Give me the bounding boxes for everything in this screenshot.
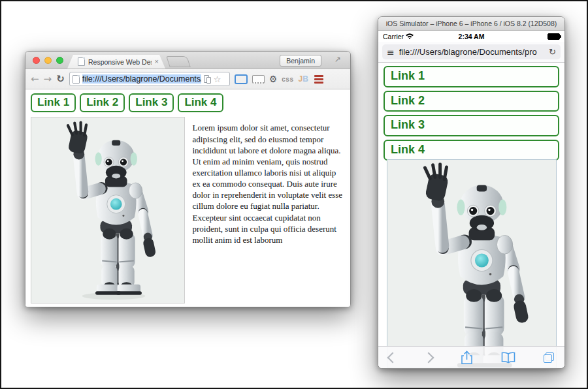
nav-links-row: Link 1 Link 2 Link 3 Link 4 bbox=[31, 93, 345, 112]
jb-extension-icon[interactable]: JB bbox=[298, 74, 308, 84]
back-button[interactable]: ← bbox=[31, 74, 39, 84]
address-bar[interactable]: file:///Users/blagrone/Documents/projec … bbox=[69, 72, 230, 86]
close-window-button[interactable] bbox=[33, 57, 40, 64]
fullscreen-icon[interactable]: ↗ bbox=[335, 55, 341, 64]
tabs-icon[interactable] bbox=[544, 352, 554, 363]
zoom-window-button[interactable] bbox=[56, 57, 63, 64]
chrome-titlebar[interactable]: Responsive Web Design × Benjamin ↗ bbox=[25, 52, 350, 69]
robot-image bbox=[31, 117, 185, 303]
share-icon[interactable] bbox=[461, 350, 473, 365]
minimize-window-button[interactable] bbox=[44, 57, 52, 64]
simulator-title: iOS Simulator – iPhone 6 – iPhone 6 / iO… bbox=[386, 20, 557, 27]
tab-close-icon[interactable]: × bbox=[155, 58, 159, 65]
chrome-toolbar: ← → ↻ file:///Users/blagrone/Documents/p… bbox=[25, 69, 350, 89]
link-4[interactable]: Link 4 bbox=[178, 93, 223, 112]
lorem-paragraph: Lorem ipsum dolor sit amet, consectetur … bbox=[193, 122, 346, 245]
link-1[interactable]: Link 1 bbox=[384, 66, 559, 87]
bookmarks-book-icon[interactable] bbox=[501, 352, 515, 364]
link-1[interactable]: Link 1 bbox=[31, 93, 76, 112]
forward-button[interactable]: → bbox=[44, 74, 52, 84]
back-chevron-icon[interactable] bbox=[387, 352, 399, 363]
safari-url-text[interactable]: file:///Users/blagrone/Documents/pro bbox=[399, 47, 544, 57]
nav-links-stack: Link 1 Link 2 Link 3 Link 4 bbox=[384, 66, 559, 161]
page-icon bbox=[73, 75, 80, 84]
link-4[interactable]: Link 4 bbox=[384, 140, 559, 161]
chrome-menu-icon[interactable] bbox=[314, 75, 323, 84]
new-tab-button[interactable] bbox=[166, 56, 191, 67]
safari-url-bar: ≡ file:///Users/blagrone/Documents/pro ↻ bbox=[378, 42, 564, 63]
profile-button[interactable]: Benjamin bbox=[280, 55, 321, 67]
web-page-mobile: Link 1 Link 2 Link 3 Link 4 bbox=[378, 63, 564, 368]
link-2[interactable]: Link 2 bbox=[80, 93, 125, 112]
reload-button[interactable]: ↻ bbox=[56, 74, 65, 84]
viewport-resizer-extension-icon[interactable] bbox=[235, 74, 248, 84]
window-controls bbox=[33, 57, 63, 64]
reader-icon[interactable]: ≡ bbox=[387, 48, 395, 57]
css-extension-icon[interactable]: css bbox=[282, 76, 293, 83]
url-text[interactable]: file:///Users/blagrone/Documents/projec bbox=[82, 74, 201, 84]
tab-title: Responsive Web Design bbox=[88, 58, 152, 66]
forward-chevron-icon[interactable] bbox=[423, 352, 434, 363]
safari-bottom-toolbar bbox=[378, 346, 564, 368]
simulator-titlebar[interactable]: iOS Simulator – iPhone 6 – iPhone 6 / iO… bbox=[378, 17, 564, 31]
gear-icon[interactable]: ⚙ bbox=[269, 74, 278, 84]
clock-label: 2:34 AM bbox=[378, 33, 564, 40]
web-page-desktop: Link 1 Link 2 Link 3 Link 4 Lorem ipsum … bbox=[25, 89, 350, 307]
ruler-extension-icon[interactable] bbox=[252, 75, 265, 84]
link-3[interactable]: Link 3 bbox=[129, 93, 174, 112]
battery-icon bbox=[547, 33, 560, 40]
safari-reload-icon[interactable]: ↻ bbox=[549, 47, 556, 57]
page-favicon-icon bbox=[78, 57, 85, 66]
link-3[interactable]: Link 3 bbox=[384, 115, 559, 136]
send-to-device-icon[interactable] bbox=[204, 75, 211, 84]
browser-tab[interactable]: Responsive Web Design × bbox=[67, 55, 165, 69]
link-2[interactable]: Link 2 bbox=[384, 91, 559, 112]
ios-simulator-window: iOS Simulator – iPhone 6 – iPhone 6 / iO… bbox=[378, 16, 565, 369]
safari-url-field[interactable]: ≡ file:///Users/blagrone/Documents/pro ↻ bbox=[382, 44, 561, 59]
bookmark-star-icon[interactable]: ☆ bbox=[214, 74, 221, 84]
ios-status-bar: Carrier 2:34 AM bbox=[378, 31, 564, 42]
robot-image bbox=[387, 159, 557, 368]
chrome-browser-window: Responsive Web Design × Benjamin ↗ ← → ↻… bbox=[25, 51, 351, 307]
